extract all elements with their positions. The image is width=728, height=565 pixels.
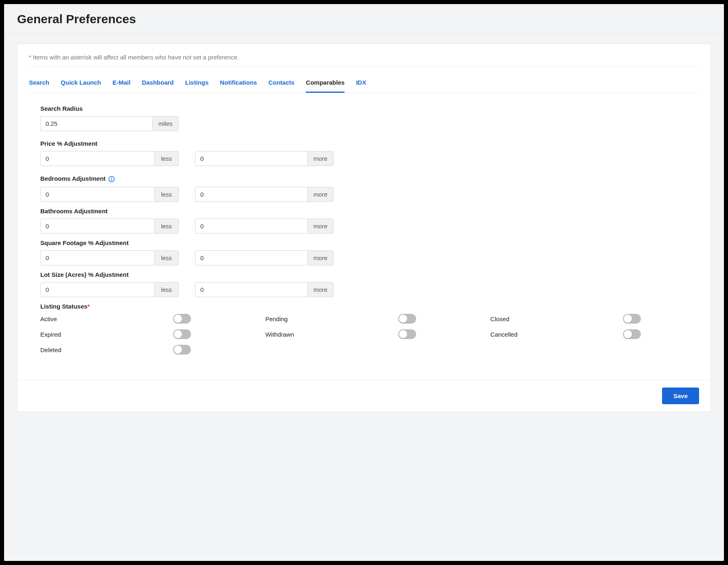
search-radius-input[interactable] <box>40 116 152 131</box>
input-group-lotsize-less: less <box>40 282 179 297</box>
bedrooms-more-input[interactable] <box>195 187 307 202</box>
tab-quick-launch[interactable]: Quick Launch <box>61 77 101 92</box>
field-listing-statuses: Listing Statuses* Active Pending Closed <box>40 303 699 355</box>
toggle-label-active: Active <box>40 315 57 322</box>
lotsize-more-unit: more <box>307 282 333 297</box>
tab-contacts[interactable]: Contacts <box>268 77 294 92</box>
field-bathrooms-adjustment: Bathrooms Adjustment less more <box>40 208 699 234</box>
label-bedrooms-adjustment-text: Bedrooms Adjustment <box>40 175 105 182</box>
search-radius-unit: miles <box>152 116 179 131</box>
lotsize-more-input[interactable] <box>195 282 307 297</box>
label-lotsize-adjustment: Lot Size (Acres) % Adjustment <box>40 271 699 278</box>
toggle-cell-active: Active <box>40 314 191 324</box>
toggle-cell-pending: Pending <box>265 314 416 324</box>
required-asterisk: * <box>88 303 90 310</box>
page-header: General Preferences <box>4 4 724 34</box>
label-listing-statuses-text: Listing Statuses <box>40 303 88 310</box>
listing-statuses-grid: Active Pending Closed Expired <box>40 314 699 355</box>
input-group-search-radius: miles <box>40 116 179 131</box>
toggle-label-expired: Expired <box>40 331 61 338</box>
input-group-sqft-more: more <box>195 250 333 265</box>
input-group-bathrooms-less: less <box>40 219 179 234</box>
input-group-bathrooms-more: more <box>195 219 333 234</box>
field-sqft-adjustment: Square Footage % Adjustment less more <box>40 239 699 265</box>
lotsize-less-unit: less <box>154 282 179 297</box>
toggle-label-deleted: Deleted <box>40 346 61 353</box>
preferences-panel: * Items with an asterisk will affect all… <box>17 44 711 412</box>
toggle-active[interactable] <box>173 314 191 324</box>
input-group-lotsize-more: more <box>195 282 333 297</box>
field-bedrooms-adjustment: Bedrooms Adjustment less <box>40 175 699 202</box>
toggle-label-withdrawn: Withdrawn <box>265 331 294 338</box>
price-less-input[interactable] <box>40 151 154 166</box>
bedrooms-more-unit: more <box>307 187 333 202</box>
tab-bar: Search Quick Launch E-Mail Dashboard Lis… <box>29 77 699 93</box>
toggle-deleted[interactable] <box>173 345 191 355</box>
sqft-less-unit: less <box>154 250 179 265</box>
toggle-pending[interactable] <box>398 314 416 324</box>
bathrooms-less-unit: less <box>154 219 179 234</box>
toggle-label-cancelled: Cancelled <box>490 331 517 338</box>
tab-notifications[interactable]: Notifications <box>220 77 257 92</box>
toggle-label-pending: Pending <box>265 315 288 322</box>
comparables-form: Search Radius miles Price % Adjustment <box>29 105 699 355</box>
label-bathrooms-adjustment: Bathrooms Adjustment <box>40 208 699 215</box>
label-sqft-adjustment: Square Footage % Adjustment <box>40 239 699 246</box>
bedrooms-less-unit: less <box>154 187 179 202</box>
input-group-price-less: less <box>40 151 179 166</box>
toggle-cancelled[interactable] <box>623 329 641 339</box>
info-icon[interactable] <box>108 175 115 183</box>
bathrooms-less-input[interactable] <box>40 219 154 234</box>
input-group-bedrooms-less: less <box>40 187 179 202</box>
input-group-price-more: more <box>195 151 333 166</box>
price-more-input[interactable] <box>195 151 307 166</box>
label-bedrooms-adjustment: Bedrooms Adjustment <box>40 175 699 183</box>
tab-search[interactable]: Search <box>29 77 49 92</box>
sqft-more-unit: more <box>307 250 333 265</box>
tab-idx[interactable]: IDX <box>356 77 366 92</box>
panel-footer: Save <box>18 380 710 412</box>
toggle-cell-withdrawn: Withdrawn <box>265 329 416 339</box>
bedrooms-less-input[interactable] <box>40 187 154 202</box>
tab-listings[interactable]: Listings <box>185 77 209 92</box>
toggle-cell-cancelled: Cancelled <box>490 329 641 339</box>
toggle-expired[interactable] <box>173 329 191 339</box>
disclaimer-text: * Items with an asterisk will affect all… <box>29 54 699 67</box>
field-lotsize-adjustment: Lot Size (Acres) % Adjustment less more <box>40 271 699 297</box>
bathrooms-more-input[interactable] <box>195 219 307 234</box>
input-group-bedrooms-more: more <box>195 187 333 202</box>
toggle-cell-expired: Expired <box>40 329 191 339</box>
sqft-more-input[interactable] <box>195 250 307 265</box>
tab-dashboard[interactable]: Dashboard <box>142 77 173 92</box>
toggle-withdrawn[interactable] <box>398 329 416 339</box>
toggle-closed[interactable] <box>623 314 641 324</box>
toggle-cell-closed: Closed <box>490 314 641 324</box>
page-title: General Preferences <box>17 12 711 26</box>
toggle-cell-deleted: Deleted <box>40 345 191 355</box>
label-price-adjustment: Price % Adjustment <box>40 140 699 147</box>
price-less-unit: less <box>154 151 179 166</box>
svg-point-2 <box>112 177 112 178</box>
label-listing-statuses: Listing Statuses* <box>40 303 699 310</box>
bathrooms-more-unit: more <box>307 219 333 234</box>
tab-comparables[interactable]: Comparables <box>306 77 344 92</box>
panel-body: * Items with an asterisk will affect all… <box>18 44 710 380</box>
field-search-radius: Search Radius miles <box>40 105 699 131</box>
toggle-label-closed: Closed <box>490 315 509 322</box>
input-group-sqft-less: less <box>40 250 179 265</box>
label-search-radius: Search Radius <box>40 105 699 112</box>
field-price-adjustment: Price % Adjustment less more <box>40 140 699 166</box>
app-frame: General Preferences * Items with an aste… <box>4 4 724 561</box>
tab-email[interactable]: E-Mail <box>112 77 130 92</box>
save-button[interactable]: Save <box>662 388 699 404</box>
price-more-unit: more <box>307 151 333 166</box>
lotsize-less-input[interactable] <box>40 282 154 297</box>
sqft-less-input[interactable] <box>40 250 154 265</box>
